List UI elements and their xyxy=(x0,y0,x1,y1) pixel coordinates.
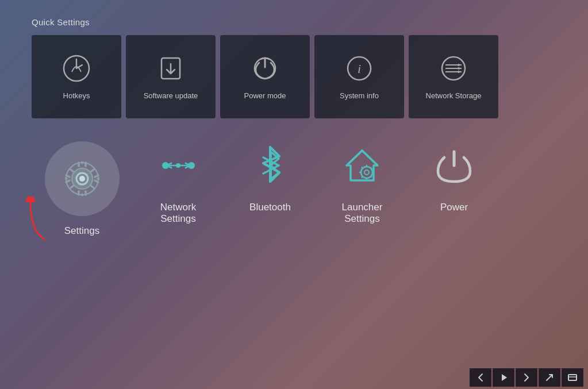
svg-point-11 xyxy=(458,71,460,73)
network-settings-label: Network Settings xyxy=(160,202,196,225)
network-settings-icon xyxy=(154,141,203,192)
main-content: Quick Settings Hotkeys xyxy=(0,0,588,254)
tile-software-update[interactable]: Software update xyxy=(126,35,216,118)
main-item-power[interactable]: Power xyxy=(408,141,500,213)
settings-circle xyxy=(45,141,120,216)
software-update-icon xyxy=(156,53,186,83)
quick-settings-section: Quick Settings Hotkeys xyxy=(32,17,556,118)
svg-point-25 xyxy=(364,170,369,175)
network-storage-icon xyxy=(439,53,468,83)
launcher-settings-label: Launcher Settings xyxy=(342,202,383,225)
system-info-icon: i xyxy=(344,53,374,83)
bluetooth-label: Bluetooth xyxy=(249,202,291,213)
power-label: Power xyxy=(440,202,468,213)
svg-point-15 xyxy=(79,176,85,182)
power-icon xyxy=(430,141,479,192)
main-icons-row: Settings Network Settings xyxy=(32,141,556,237)
system-info-label: System info xyxy=(340,91,379,100)
power-mode-label: Power mode xyxy=(244,91,286,100)
taskbar-forward-btn[interactable] xyxy=(516,368,537,387)
software-update-label: Software update xyxy=(144,91,198,100)
taskbar-window-btn[interactable] xyxy=(562,368,583,387)
svg-point-9 xyxy=(458,64,460,66)
tile-hotkeys[interactable]: Hotkeys xyxy=(32,35,121,118)
hotkeys-icon xyxy=(62,53,91,83)
arrow-indicator xyxy=(25,197,53,245)
main-item-network-settings[interactable]: Network Settings xyxy=(132,141,224,225)
tile-power-mode[interactable]: Power mode xyxy=(220,35,310,118)
svg-text:i: i xyxy=(358,61,361,76)
quick-settings-row: Hotkeys Software update xyxy=(32,35,556,118)
svg-marker-26 xyxy=(502,374,507,381)
main-item-launcher-settings[interactable]: Launcher Settings xyxy=(316,141,408,225)
taskbar-play-btn[interactable] xyxy=(493,368,514,387)
network-storage-label: Network Storage xyxy=(426,91,482,100)
tile-system-info[interactable]: i System info xyxy=(314,35,404,118)
bluetooth-icon xyxy=(246,141,295,192)
launcher-settings-icon xyxy=(338,141,387,192)
main-item-bluetooth[interactable]: Bluetooth xyxy=(224,141,316,213)
svg-point-10 xyxy=(458,67,460,70)
taskbar-back-btn[interactable] xyxy=(470,368,491,387)
svg-rect-27 xyxy=(568,375,577,380)
tile-network-storage[interactable]: Network Storage xyxy=(409,35,498,118)
hotkeys-label: Hotkeys xyxy=(63,91,90,100)
quick-settings-title: Quick Settings xyxy=(32,17,556,27)
settings-label: Settings xyxy=(64,225,99,237)
taskbar-external-btn[interactable] xyxy=(539,368,560,387)
power-mode-icon xyxy=(250,53,280,83)
bottom-taskbar xyxy=(465,366,588,389)
main-item-settings[interactable]: Settings xyxy=(32,141,132,237)
